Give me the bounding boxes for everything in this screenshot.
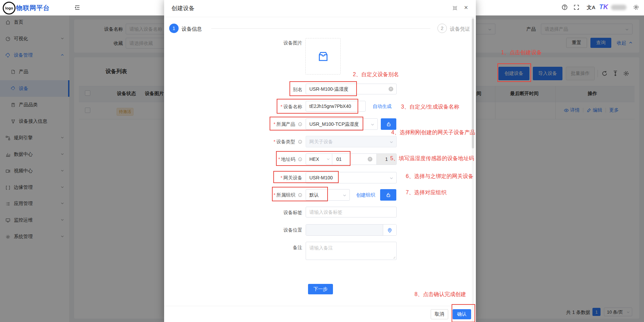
fullscreen-icon[interactable] — [573, 4, 580, 10]
organization-label: *所属组织 — [198, 189, 302, 201]
device-type-select: 网关子设备 — [306, 136, 397, 147]
gear-icon[interactable] — [633, 4, 639, 10]
chevron-down-icon — [371, 123, 374, 126]
chevron-down-icon — [390, 140, 393, 144]
device-type-label: *设备类型 — [198, 136, 302, 147]
dialog-fullscreen-icon[interactable] — [452, 5, 458, 11]
dialog-scrollbar-thumb[interactable] — [472, 19, 474, 148]
tk-logo: TK — [599, 3, 608, 11]
auto-generate-link[interactable]: 自动生成 — [373, 101, 392, 112]
product-unlock-button[interactable] — [381, 118, 396, 130]
device-image-label: 设备图片 — [198, 37, 302, 49]
step-2-label: 设备凭证 — [450, 26, 470, 32]
translate-icon[interactable]: 文A — [587, 4, 595, 11]
device-location-input — [306, 225, 383, 235]
collapse-sidebar-icon[interactable] — [74, 4, 81, 11]
device-tag-input[interactable]: 请输入设备标签 — [306, 207, 397, 217]
gateway-device-label: *网关设备 — [198, 172, 302, 183]
lock-open-icon — [386, 121, 392, 127]
hex-select[interactable]: HEX — [306, 154, 332, 165]
remark-textarea[interactable]: 请输入备注 — [306, 242, 397, 260]
help-icon[interactable] — [561, 4, 568, 10]
create-device-dialog: 创建设备 × 1 设备信息 2 设备凭证 设备图片 别名 USR-M100-温湿… — [164, 0, 476, 322]
info-icon — [298, 193, 302, 197]
lock-open-icon — [386, 192, 391, 198]
remark-label: 备注 — [198, 242, 302, 253]
confirm-button[interactable]: 确认 — [453, 309, 471, 319]
info-icon — [298, 122, 302, 126]
alias-input[interactable]: USR-M100-温湿度 × — [306, 84, 397, 94]
organization-select[interactable]: 默认 — [306, 189, 350, 201]
create-org-link[interactable]: 创建组织 — [356, 189, 375, 201]
clear-icon[interactable]: × — [389, 87, 393, 91]
address-code-input[interactable]: 01 × — [332, 154, 376, 165]
chevron-down-icon — [343, 194, 346, 197]
step-1-circle: 1 — [169, 24, 179, 33]
pick-location-button[interactable] — [383, 225, 396, 235]
chevron-down-icon — [327, 157, 330, 161]
resize-handle[interactable] — [393, 256, 396, 259]
device-image-upload[interactable] — [305, 38, 341, 75]
address-code-group: HEX 01 × 1 — [306, 153, 397, 165]
device-location-label: 设备位置 — [198, 224, 302, 236]
platform-title: 物联网平台 — [16, 4, 50, 12]
info-icon — [298, 157, 302, 162]
device-name-label: *设备名称 — [198, 101, 302, 112]
dialog-close-icon[interactable]: × — [464, 4, 468, 11]
location-pin-icon — [387, 227, 393, 233]
info-icon — [298, 140, 302, 144]
logo: logo — [3, 2, 16, 14]
chevron-down-icon — [390, 176, 393, 180]
device-tag-label: 设备标签 — [198, 207, 302, 218]
org-unlock-button[interactable] — [380, 189, 396, 201]
step-connector — [211, 28, 430, 29]
iot-platform-screen: 首页 可视化 设备管理 产品 设备 产品 — [0, 0, 644, 322]
product-label: *所属产品 — [198, 118, 302, 130]
cancel-button[interactable]: 取消 — [431, 309, 448, 319]
step-2-circle: 2 — [437, 24, 447, 33]
dialog-title: 创建设备 — [172, 0, 194, 17]
clear-icon[interactable]: × — [368, 157, 372, 162]
user-name-blurred[interactable] — [611, 5, 626, 10]
device-name-input[interactable]: tE2Jh15grw7PbX40 — [306, 101, 366, 112]
dialog-header-divider — [164, 17, 476, 17]
address-code-decimal: 1 — [376, 154, 396, 165]
step-1-label: 设备信息 — [182, 26, 202, 32]
dialog-footer-divider — [164, 306, 476, 306]
next-step-button[interactable]: 下一步 — [308, 284, 333, 294]
product-select[interactable]: USR_M100-TCP温湿度 — [306, 118, 378, 130]
gateway-device-select[interactable]: USR-M100 — [306, 172, 397, 183]
upload-box-icon — [317, 51, 330, 63]
device-location-group — [306, 224, 397, 236]
address-code-label: *地址码 — [198, 153, 302, 165]
alias-label: 别名 — [198, 84, 302, 95]
